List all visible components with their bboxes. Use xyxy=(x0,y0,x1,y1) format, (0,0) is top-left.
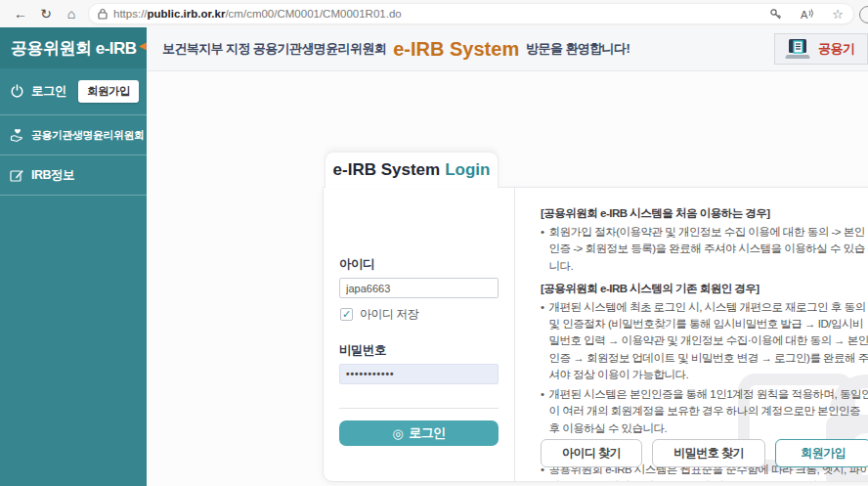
login-info-panel: [공용위원회 e-IRB 시스템을 처음 이용하는 경우] •회원가입 절차(이… xyxy=(515,188,868,481)
sidebar-collapse-icon[interactable]: ◀ xyxy=(139,40,146,51)
sidebar-irb-info-label: IRB정보 xyxy=(31,167,74,184)
bullet-icon: • xyxy=(541,299,544,383)
refresh-icon[interactable]: ↻ xyxy=(33,6,59,22)
browser-extras-icon[interactable] xyxy=(859,6,868,23)
login-form: 아이디 ✓ 아이디 저장 비밀번호 ◎ 로그인 xyxy=(324,188,515,481)
find-id-button[interactable]: 아이디 찾기 xyxy=(541,439,642,467)
login-button-label: 로그인 xyxy=(409,424,446,442)
laptop-document-icon xyxy=(785,38,810,60)
save-id-label: 아이디 저장 xyxy=(360,306,418,323)
login-card: 아이디 ✓ 아이디 저장 비밀번호 ◎ 로그인 [공용 xyxy=(323,187,868,482)
sidebar-title: 공용위원회 e-IRB ◀ xyxy=(0,27,147,68)
lock-icon xyxy=(98,8,108,20)
password-key-icon[interactable] xyxy=(769,8,782,21)
id-input[interactable] xyxy=(339,278,499,298)
info-bullet-item: •개편된 시스템에 최초 로그인 시, 시스템 개편으로 재로그인 후 동의 및… xyxy=(541,299,868,383)
login-button-icon: ◎ xyxy=(392,426,403,441)
sidebar-item-irb-info[interactable]: IRB정보 xyxy=(0,155,147,196)
save-id-checkbox-row[interactable]: ✓ 아이디 저장 xyxy=(340,306,499,323)
hand-heart-icon xyxy=(10,127,31,143)
sidebar-committee-label: 공용기관생명윤리위원회 xyxy=(31,128,145,143)
signup-button[interactable]: 회원가입 xyxy=(775,439,868,467)
home-icon[interactable]: ⌂ xyxy=(59,6,84,22)
form-divider xyxy=(339,408,499,409)
bullet-icon: • xyxy=(541,386,544,437)
url-text[interactable]: https://public.irb.or.kr/cm/cm00/CM0001/… xyxy=(113,8,752,20)
back-icon[interactable]: ← xyxy=(8,6,33,22)
browser-toolbar: ← ↻ ⌂ https://public.irb.or.kr/cm/cm00/C… xyxy=(0,0,868,27)
sidebar-item-committee[interactable]: 공용기관생명윤리위원회 xyxy=(0,115,147,155)
checkbox-checked-icon[interactable]: ✓ xyxy=(340,308,353,321)
favorite-star-icon[interactable]: ☆ xyxy=(832,7,844,22)
svg-text:A: A xyxy=(801,9,808,21)
sidebar: 공용위원회 e-IRB ◀ 로그인 회원가입 공용기관생명윤리위원회 IRB정보 xyxy=(0,27,147,486)
login-button[interactable]: ◎ 로그인 xyxy=(339,420,499,446)
find-password-button[interactable]: 비밀번호 찾기 xyxy=(652,439,765,467)
id-label: 아이디 xyxy=(339,256,499,273)
banner-corner-label: 공용기 xyxy=(818,40,855,58)
password-label: 비밀번호 xyxy=(339,342,499,359)
bullet-icon: • xyxy=(541,224,544,275)
pencil-document-icon xyxy=(10,168,31,183)
info-bullet-item: •회원가입 절차(이용약관 및 개인정보 수집 이용에 대한 동의 -> 본인인… xyxy=(541,224,868,275)
power-icon xyxy=(10,84,31,99)
info-heading: [공용위원회 e-IRB 시스템을 처음 이용하는 경우] xyxy=(541,206,868,221)
sidebar-item-login[interactable]: 로그인 회원가입 xyxy=(0,68,147,115)
page-content: e-IRB System Login 아이디 xyxy=(147,71,868,486)
read-aloud-icon[interactable]: A xyxy=(800,8,814,21)
sidebar-signup-button[interactable]: 회원가입 xyxy=(78,80,139,103)
address-bar[interactable]: https://public.irb.or.kr/cm/cm00/CM0001/… xyxy=(88,3,854,24)
info-bullet-item: •개편된 시스템은 본인인증을 통해 1인1계정 원칙을 적용하며, 동일인이 … xyxy=(541,386,868,437)
banner-suffix: 방문을 환영합니다! xyxy=(526,40,629,58)
banner-prefix: 보건복지부 지정 공용기관생명윤리위원회 xyxy=(162,40,386,58)
main-area: 보건복지부 지정 공용기관생명윤리위원회 e-IRB System 방문을 환영… xyxy=(147,27,868,486)
welcome-banner: 보건복지부 지정 공용기관생명윤리위원회 e-IRB System 방문을 환영… xyxy=(147,27,868,71)
sidebar-login-label: 로그인 xyxy=(31,83,66,100)
password-input[interactable] xyxy=(339,364,499,384)
banner-brand: e-IRB System xyxy=(393,38,519,61)
info-heading: [공용위원회 e-IRB 시스템의 기존 회원인 경우] xyxy=(541,282,868,296)
login-footer-buttons: 아이디 찾기 비밀번호 찾기 회원가입 xyxy=(541,439,868,467)
banner-corner-button[interactable]: 공용기 xyxy=(774,33,868,65)
login-tab-title: e-IRB System Login xyxy=(325,152,499,188)
